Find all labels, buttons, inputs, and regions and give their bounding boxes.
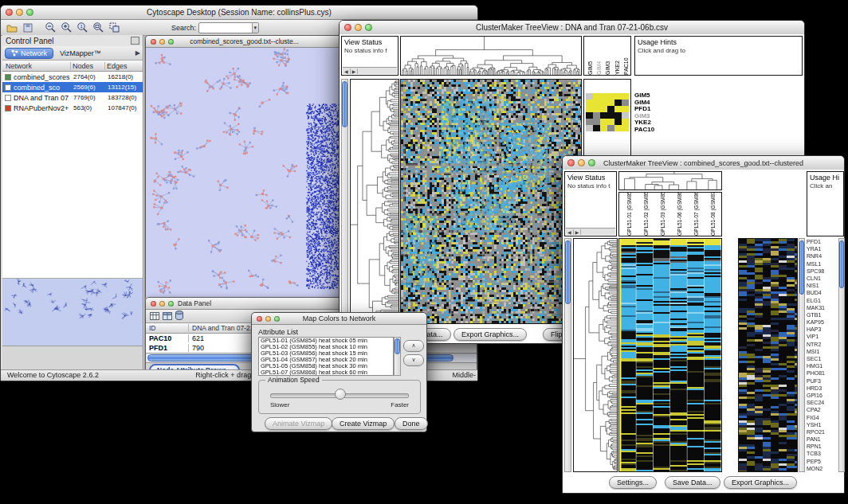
heatmap-canvas[interactable] — [619, 239, 721, 471]
scrollbar-thumb[interactable] — [395, 338, 400, 354]
gene-label[interactable]: HRD3 — [807, 385, 837, 392]
zoom-selected-icon[interactable] — [108, 21, 121, 34]
scrollbar-thumb[interactable] — [342, 81, 347, 127]
minimize-button[interactable] — [355, 24, 362, 31]
scroll-left-icon[interactable]: ◀ — [343, 68, 351, 74]
close-button[interactable] — [6, 9, 13, 16]
network-list-row[interactable]: combined_scores2764(0)16218(0) — [2, 72, 143, 82]
gene-label[interactable]: TCB3 — [807, 450, 837, 457]
scrollbar-thumb[interactable] — [839, 240, 844, 288]
column-dendrogram-canvas[interactable] — [401, 37, 581, 75]
scrollbar-thumb[interactable] — [799, 240, 804, 295]
gene-label[interactable]: PHO81 — [807, 369, 837, 377]
done-button[interactable]: Done — [395, 417, 428, 430]
selection-heatmap-canvas[interactable] — [586, 93, 629, 131]
minimize-button[interactable] — [159, 301, 165, 307]
gene-label[interactable]: SEC1 — [807, 355, 837, 362]
gene-label[interactable]: SPC98 — [807, 268, 837, 275]
float-panel-icon[interactable] — [131, 37, 139, 45]
attribute-list-item[interactable]: GPL51-07 (GSM868) heat shock 60 min — [259, 369, 393, 376]
zoom-button[interactable] — [168, 301, 174, 307]
minimize-button[interactable] — [578, 159, 585, 166]
gene-label[interactable]: MON2 — [807, 465, 837, 472]
attribute-list[interactable]: GPL51-01 (GSM854) heat shock 05 minGPL51… — [258, 337, 394, 376]
column-edges[interactable]: Edges — [105, 62, 143, 70]
zoom-button[interactable] — [26, 9, 33, 16]
gene-label[interactable]: FIG4 — [807, 414, 837, 421]
scroll-right-icon[interactable]: ▶ — [574, 229, 582, 235]
gene-label[interactable]: CLN1 — [807, 275, 837, 282]
minimize-button[interactable] — [265, 316, 271, 322]
tv1-export-graphics-button[interactable]: Export Graphics... — [453, 328, 527, 341]
open-session-icon[interactable] — [5, 21, 18, 34]
treeview-combined-titlebar[interactable]: ClusterMaker TreeView : combined_scores_… — [563, 156, 844, 170]
secondary-heatmap-canvas[interactable] — [739, 239, 797, 471]
gene-label[interactable]: PUF3 — [807, 377, 837, 385]
zoom-button[interactable] — [274, 316, 280, 322]
close-button[interactable] — [151, 301, 156, 307]
gene-label[interactable]: BUD4 — [807, 289, 837, 296]
gene-label[interactable]: VIP1 — [807, 333, 837, 340]
tv2-settings-button[interactable]: Settings... — [609, 476, 657, 489]
tv2-export-graphics-button[interactable]: Export Graphics... — [724, 476, 797, 489]
row-dendrogram-canvas[interactable] — [574, 239, 617, 471]
gene-label[interactable]: PFD1 — [807, 238, 837, 245]
animate-vizmap-button[interactable]: Animate Vizmap — [265, 417, 332, 430]
gene-label[interactable]: KAP95 — [807, 318, 837, 326]
map-colors-titlebar[interactable]: Map Colors to Network — [252, 313, 426, 325]
create-vizmap-button[interactable]: Create Vizmap — [332, 417, 395, 430]
gene-label[interactable]: MAK31 — [807, 304, 837, 311]
gene-label[interactable]: CPA2 — [807, 406, 837, 413]
treeview-dna-titlebar[interactable]: ClusterMaker TreeView : DNA and Tran 07-… — [340, 21, 804, 35]
save-session-icon[interactable] — [21, 21, 34, 34]
view-status-scrollbar[interactable]: ◀▶ — [343, 67, 397, 74]
search-dropdown-icon[interactable]: ▾ — [252, 23, 259, 33]
gene-label[interactable]: YRA1 — [807, 245, 837, 252]
zoom-out-icon[interactable] — [44, 21, 57, 34]
zoom-fit-icon[interactable] — [92, 21, 105, 34]
gene-label[interactable]: ELG1 — [807, 297, 837, 304]
zoom-button[interactable] — [588, 159, 595, 166]
gene-label[interactable]: MSL1 — [807, 260, 837, 268]
view-status-scrollbar[interactable]: ◀▶ — [566, 228, 615, 235]
row-dendrogram-canvas[interactable] — [351, 80, 398, 323]
close-button[interactable] — [151, 39, 156, 45]
heatmap-scrollbar[interactable] — [799, 238, 805, 472]
close-button[interactable] — [344, 24, 351, 31]
minimize-button[interactable] — [159, 39, 165, 45]
zoom-button[interactable] — [365, 24, 372, 31]
row-dendrogram-scrollbar[interactable] — [341, 79, 348, 324]
column-id[interactable]: ID — [146, 324, 189, 332]
gene-label[interactable]: NIS1 — [807, 282, 837, 289]
row-dendrogram-scrollbar[interactable] — [564, 238, 571, 472]
close-button[interactable] — [567, 159, 575, 166]
cytoscape-titlebar[interactable]: Cytoscape Desktop (Session Name: collins… — [1, 6, 477, 20]
scroll-right-icon[interactable]: ▶ — [351, 68, 359, 74]
scroll-left-icon[interactable]: ◀ — [566, 229, 574, 235]
gene-label[interactable]: GPI16 — [807, 392, 837, 399]
gene-label[interactable]: SEC24 — [807, 399, 837, 406]
column-nodes[interactable]: Nodes — [71, 62, 105, 70]
network-canvas[interactable] — [146, 48, 343, 298]
gene-label[interactable]: RPO21 — [807, 428, 837, 436]
zoom-actual-icon[interactable]: 1 — [76, 21, 89, 34]
heatmap-canvas[interactable] — [401, 80, 581, 323]
create-attribute-icon[interactable] — [163, 309, 172, 323]
network-view-titlebar[interactable]: combined_scores_good.txt--cluste... — [146, 36, 343, 48]
attribute-list-scrollbar[interactable] — [394, 337, 401, 376]
column-dendrogram-canvas[interactable] — [619, 172, 721, 189]
tab-network[interactable]: Network — [5, 48, 53, 59]
search-input[interactable]: ▾ — [198, 22, 259, 33]
tv2-save-data-button[interactable]: Save Data... — [665, 476, 720, 489]
zoom-in-icon[interactable] — [60, 21, 73, 34]
gene-label[interactable]: PAN1 — [807, 436, 837, 443]
network-list-row[interactable]: DNA and Tran 077769(0)183728(0) — [2, 92, 143, 103]
gene-label[interactable]: PEP5 — [807, 458, 837, 465]
network-overview-canvas[interactable] — [2, 279, 143, 346]
gene-label[interactable]: RPN1 — [807, 443, 837, 450]
gene-label[interactable]: YSH1 — [807, 421, 837, 428]
network-list-row[interactable]: combined_sco2569(6)13112(15) — [2, 82, 143, 92]
gene-label[interactable]: HMG1 — [807, 362, 837, 369]
gene-label[interactable]: MSI1 — [807, 348, 837, 355]
gene-label[interactable]: HAP3 — [807, 326, 837, 333]
